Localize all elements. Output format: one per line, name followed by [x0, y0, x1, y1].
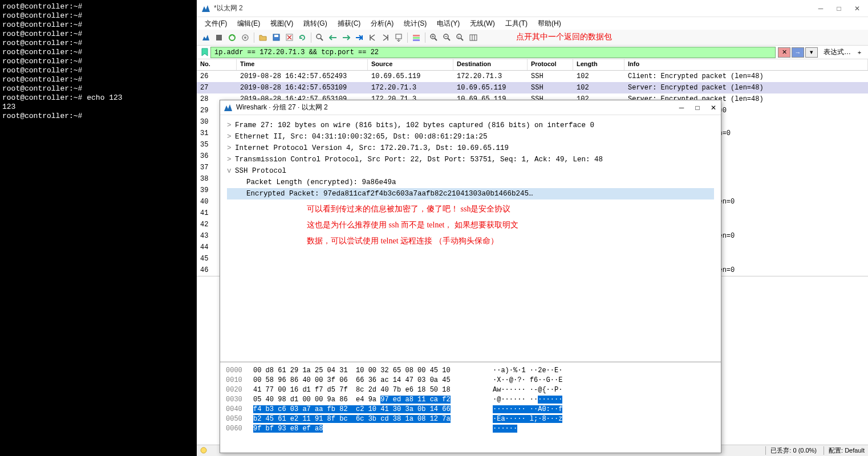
menu-item[interactable]: 跳转(G): [299, 18, 331, 30]
display-filter-input[interactable]: [210, 47, 776, 58]
expand-icon[interactable]: >: [227, 131, 235, 142]
popup-titlebar: Wireshark · 分组 27 · 以太网 2 ─ □ ✕: [220, 100, 721, 115]
apply-filter-button[interactable]: →: [792, 47, 804, 58]
svg-line-17: [435, 38, 437, 40]
menu-item[interactable]: 视图(V): [266, 18, 298, 30]
menu-item[interactable]: 无线(W): [465, 18, 499, 30]
resize-columns-icon[interactable]: [468, 32, 479, 43]
svg-line-24: [461, 38, 463, 40]
reload-icon[interactable]: [297, 32, 308, 43]
wireshark-icon: [201, 4, 210, 13]
menu-item[interactable]: 帮助(H): [533, 18, 566, 30]
popup-title: Wireshark · 分组 27 · 以太网 2: [236, 103, 678, 112]
go-forward-icon[interactable]: [340, 32, 352, 43]
tree-row[interactable]: Encrypted Packet: 97eda811caf2f4b3c603a7…: [227, 188, 714, 199]
packet-row[interactable]: 262019-08-28 16:42:57.65249310.69.65.119…: [197, 71, 868, 82]
tree-row[interactable]: >Ethernet II, Src: 04:31:10:00:32:65, Ds…: [227, 131, 714, 142]
maximize-button[interactable]: □: [835, 5, 843, 13]
find-icon[interactable]: [314, 32, 326, 43]
collapse-icon[interactable]: v: [227, 165, 235, 177]
packet-list-header: No.TimeSourceDestinationProtocolLengthIn…: [197, 59, 868, 71]
toolbar-separator: [425, 32, 425, 43]
zoom-reset-icon[interactable]: 1: [455, 32, 466, 43]
annotation-text: 数据，可以尝试使用 telnet 远程连接 （手动狗头保命）: [307, 235, 714, 247]
menu-item[interactable]: 统计(S): [399, 18, 431, 30]
svg-rect-12: [396, 34, 401, 39]
close-button[interactable]: ✕: [853, 5, 861, 13]
zoom-in-icon[interactable]: [428, 32, 440, 43]
menu-item[interactable]: 文件(F): [200, 18, 232, 30]
terminal-window[interactable]: root@controller:~#root@controller:~#root…: [0, 0, 197, 456]
zoom-out-icon[interactable]: [441, 32, 453, 43]
svg-rect-13: [413, 35, 420, 36]
hex-row[interactable]: 00609f bf 93 e8 ef a8······: [226, 424, 715, 434]
tree-row[interactable]: >Frame 27: 102 bytes on wire (816 bits),…: [227, 120, 714, 131]
add-filter-button[interactable]: +: [853, 47, 866, 58]
annotation-text: 这也是为什么推荐使用 ssh 而不是 telnet， 如果想要获取明文: [307, 219, 714, 231]
capture-options-icon[interactable]: [240, 32, 251, 43]
save-file-icon[interactable]: [270, 32, 282, 43]
svg-rect-5: [274, 35, 278, 37]
svg-rect-26: [470, 35, 477, 40]
menu-item[interactable]: 分析(A): [366, 18, 398, 30]
recent-filter-button[interactable]: ▾: [805, 47, 818, 58]
hex-row[interactable]: 002041 77 00 16 d1 f7 d5 7f 8c 2d 40 7b …: [226, 385, 715, 395]
minimize-button[interactable]: ─: [817, 5, 825, 13]
go-back-icon[interactable]: [327, 32, 339, 43]
packet-row[interactable]: 272019-08-28 16:42:57.653109172.20.71.31…: [197, 82, 868, 93]
go-first-icon[interactable]: [367, 32, 378, 43]
filter-bar: ✕ → ▾ 表达式… +: [197, 46, 868, 59]
popup-close-button[interactable]: ✕: [709, 104, 717, 112]
clear-filter-button[interactable]: ✕: [778, 47, 790, 58]
go-last-icon[interactable]: [380, 32, 391, 43]
expand-icon[interactable]: >: [227, 154, 235, 165]
hex-row[interactable]: 0040f4 b3 c6 03 a7 aa fb 82 c2 10 41 30 …: [226, 405, 715, 414]
tree-row[interactable]: vSSH Protocol: [227, 165, 714, 177]
column-header[interactable]: Length: [573, 59, 624, 70]
bookmark-filter-icon[interactable]: [199, 47, 210, 58]
statusbar-dropped: 已丢弃: 0 (0.0%): [765, 446, 817, 455]
auto-scroll-icon[interactable]: [393, 32, 404, 43]
column-header[interactable]: Source: [368, 59, 453, 70]
column-header[interactable]: Protocol: [528, 59, 573, 70]
toolbar-separator: [254, 32, 254, 43]
hex-row[interactable]: 000000 d8 61 29 1a 25 04 31 10 00 32 65 …: [226, 366, 715, 376]
menu-item[interactable]: 电话(Y): [432, 18, 464, 30]
statusbar-profile[interactable]: 配置: Default: [824, 446, 865, 455]
tree-row[interactable]: Packet Length (encrypted): 9a86e49a: [227, 177, 714, 188]
colorize-icon[interactable]: [411, 32, 422, 43]
expression-button[interactable]: 表达式…: [821, 47, 853, 57]
popup-minimize-button[interactable]: ─: [678, 104, 686, 112]
titlebar: *以太网 2 ─ □ ✕: [197, 0, 868, 17]
column-header[interactable]: Time: [237, 59, 368, 70]
close-file-icon[interactable]: [283, 32, 295, 43]
go-to-packet-icon[interactable]: [354, 32, 365, 43]
packet-detail-tree[interactable]: >Frame 27: 102 bytes on wire (816 bits),…: [220, 115, 721, 361]
hex-row[interactable]: 0050b2 45 61 e2 11 91 8f bc 6c 3b cd 38 …: [226, 414, 715, 424]
column-header[interactable]: No.: [197, 59, 237, 70]
svg-point-3: [244, 36, 246, 39]
svg-point-1: [229, 35, 235, 40]
popup-maximize-button[interactable]: □: [693, 104, 701, 112]
toolbar-separator: [407, 32, 408, 43]
svg-rect-0: [216, 35, 222, 40]
expand-icon[interactable]: >: [227, 120, 235, 131]
menu-item[interactable]: 捕获(C): [333, 18, 366, 30]
tree-row[interactable]: >Internet Protocol Version 4, Src: 172.2…: [227, 142, 714, 154]
expand-icon[interactable]: >: [227, 142, 235, 154]
start-capture-icon[interactable]: [200, 32, 212, 43]
menu-item[interactable]: 工具(T): [501, 18, 532, 30]
column-header[interactable]: Info: [624, 59, 868, 70]
hex-row[interactable]: 003005 40 98 d1 00 00 9a 86 e4 9a 97 ed …: [226, 395, 715, 405]
packet-bytes-pane[interactable]: 000000 d8 61 29 1a 25 04 31 10 00 32 65 …: [220, 361, 721, 453]
annotation-text: 可以看到传过来的信息被加密了，傻了吧！ ssh是安全协议: [307, 203, 714, 215]
open-file-icon[interactable]: [257, 32, 269, 43]
stop-capture-icon[interactable]: [213, 32, 225, 43]
hex-row[interactable]: 001000 58 96 86 40 00 3f 06 66 36 ac 14 …: [226, 376, 715, 385]
packet-detail-window: Wireshark · 分组 27 · 以太网 2 ─ □ ✕ >Frame 2…: [220, 100, 721, 453]
tree-row[interactable]: >Transmission Control Protocol, Src Port…: [227, 154, 714, 165]
window-title: *以太网 2: [214, 3, 817, 13]
restart-capture-icon[interactable]: [226, 32, 238, 43]
menu-item[interactable]: 编辑(E): [233, 18, 265, 30]
column-header[interactable]: Destination: [453, 59, 528, 70]
